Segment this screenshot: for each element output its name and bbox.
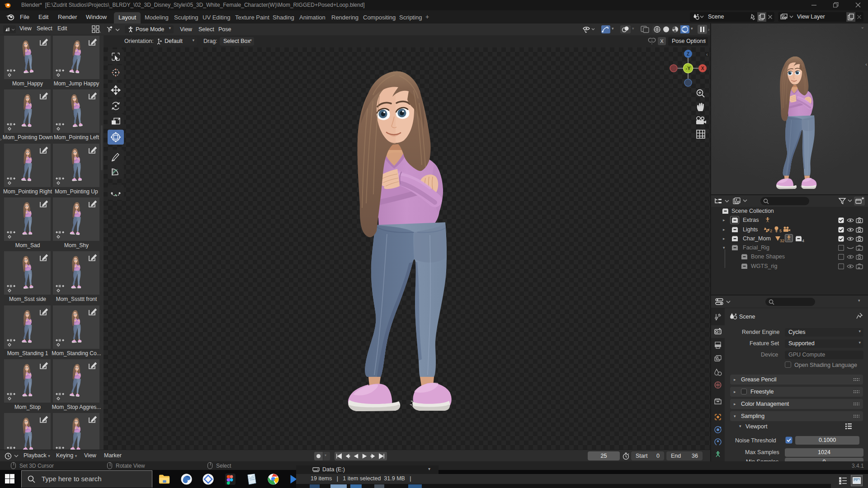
svg-text:X: X (701, 66, 704, 71)
svg-text:-Y: -Y (686, 66, 691, 71)
svg-text:Z: Z (687, 52, 689, 56)
